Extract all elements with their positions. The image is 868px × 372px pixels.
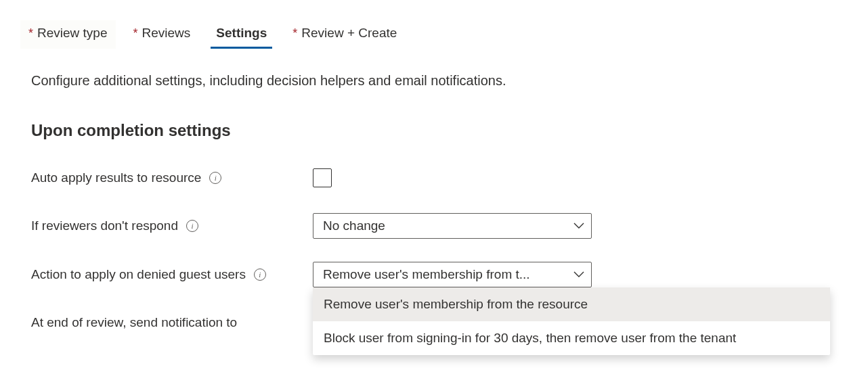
chevron-down-icon — [573, 220, 584, 231]
info-icon[interactable]: i — [186, 220, 198, 232]
tab-reviews[interactable]: * Reviews — [125, 20, 199, 49]
dropdown-option[interactable]: Block user from signing-in for 30 days, … — [313, 321, 830, 355]
tab-label: Review type — [37, 26, 108, 41]
tab-label: Review + Create — [301, 26, 397, 41]
label-end-notify: At end of review, send notification to — [31, 315, 313, 330]
chevron-down-icon — [573, 269, 584, 280]
tab-review-create[interactable]: * Review + Create — [284, 20, 405, 49]
select-if-reviewers[interactable]: No change — [313, 213, 592, 239]
select-action-denied[interactable]: Remove user's membership from t... — [313, 262, 592, 287]
page-description: Configure additional settings, including… — [31, 73, 868, 89]
tab-settings[interactable]: Settings — [208, 20, 275, 49]
select-value: Remove user's membership from t... — [323, 267, 530, 282]
required-asterisk: * — [133, 26, 138, 41]
tabs-bar: * Review type * Reviews Settings * Revie… — [20, 20, 868, 49]
row-if-reviewers: If reviewers don't respond i No change — [31, 213, 868, 239]
tab-label: Reviews — [142, 26, 191, 41]
checkbox-auto-apply[interactable] — [313, 168, 332, 187]
required-asterisk: * — [292, 26, 297, 41]
info-icon[interactable]: i — [254, 269, 266, 281]
label-text: Auto apply results to resource — [31, 170, 201, 185]
row-auto-apply: Auto apply results to resource i — [31, 166, 868, 190]
label-auto-apply: Auto apply results to resource i — [31, 170, 313, 185]
dropdown-panel-action-denied: Remove user's membership from the resour… — [313, 287, 830, 355]
row-action-denied: Action to apply on denied guest users i … — [31, 262, 868, 287]
label-action-denied: Action to apply on denied guest users i — [31, 267, 313, 282]
tab-label: Settings — [216, 26, 267, 41]
tab-review-type[interactable]: * Review type — [20, 20, 116, 49]
required-asterisk: * — [28, 26, 33, 41]
label-text: At end of review, send notification to — [31, 315, 237, 330]
section-heading: Upon completion settings — [31, 121, 868, 140]
label-text: If reviewers don't respond — [31, 218, 178, 233]
info-icon[interactable]: i — [209, 172, 221, 184]
label-text: Action to apply on denied guest users — [31, 267, 246, 282]
select-value: No change — [323, 218, 385, 233]
label-if-reviewers: If reviewers don't respond i — [31, 218, 313, 233]
dropdown-option[interactable]: Remove user's membership from the resour… — [313, 287, 830, 321]
